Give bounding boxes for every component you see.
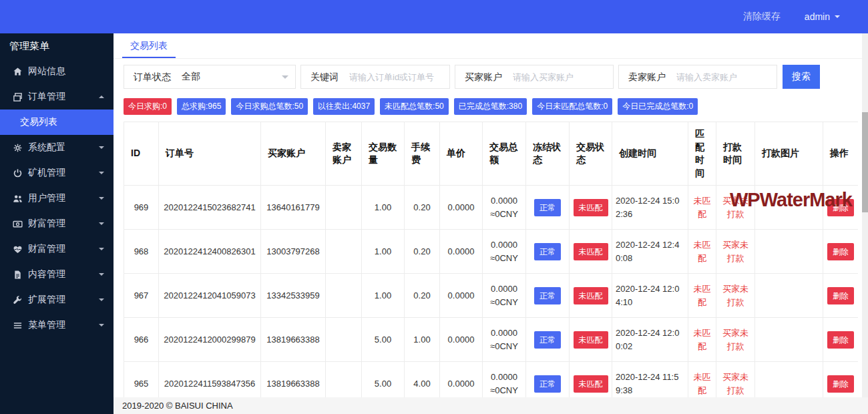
buyer-input[interactable] <box>511 66 613 87</box>
column-header: 打款时间 <box>716 122 755 186</box>
chevron-down-icon <box>835 15 840 21</box>
sidebar-item-miner-management[interactable]: 矿机管理 <box>0 160 114 186</box>
sidebar-item-label: 内容管理 <box>28 268 65 280</box>
cell-order_no: 2020122412400826301 <box>159 230 261 274</box>
freeze-status-badge: 正常 <box>534 287 561 304</box>
sidebar-item-wealth-management-1[interactable]: 财富管理 <box>0 211 114 236</box>
sidebar-item-user-management[interactable]: 用户管理 <box>0 186 114 211</box>
cell-fee: 0.20 <box>405 230 440 274</box>
sidebar-item-system-config[interactable]: 系统配置 <box>0 135 114 160</box>
chevron-down-icon <box>99 298 104 304</box>
sidebar-subitem-trade-list[interactable]: 交易列表 <box>0 110 114 135</box>
users-icon <box>12 193 23 204</box>
cell-price: 0.0000 <box>440 186 483 230</box>
cell-fee: 0.20 <box>405 274 440 318</box>
freeze-status-badge: 正常 <box>534 331 561 349</box>
chevron-down-icon <box>99 324 104 329</box>
orders-table: ID订单号买家账户卖家账户交易数量手续费单价交易总额冻结状态交易状态创建时间匹配… <box>124 122 858 400</box>
scrollbar-thumb[interactable] <box>862 112 868 212</box>
cell-id: 965 <box>124 362 159 400</box>
cell-fee: 4.00 <box>405 362 440 400</box>
cell-price: 0.0000 <box>440 362 483 400</box>
stat-badge: 未匹配总笔数:50 <box>380 98 449 115</box>
column-header: 匹配时间 <box>688 122 716 186</box>
filter-order-status: 订单状态 全部 <box>124 65 296 89</box>
column-header: 订单号 <box>159 122 261 186</box>
footer: 2019-2020 © BAISUI CHINA <box>114 397 868 414</box>
sidebar-item-order-management[interactable]: 订单管理 <box>0 84 114 110</box>
keyword-label: 关键词 <box>301 65 348 88</box>
cell-pay_image <box>755 274 823 318</box>
user-menu[interactable]: admin <box>805 11 840 22</box>
table-header-row: ID订单号买家账户卖家账户交易数量手续费单价交易总额冻结状态交易状态创建时间匹配… <box>124 122 859 186</box>
cell-match_time: 未匹配 <box>688 318 716 362</box>
sidebar-item-site-info[interactable]: 网站信息 <box>0 59 114 84</box>
sidebar: 管理菜单 网站信息订单管理交易列表系统配置矿机管理用户管理财富管理财富管理内容管… <box>0 33 114 414</box>
delete-button[interactable]: 删除 <box>827 375 854 393</box>
cell-price: 0.0000 <box>440 230 483 274</box>
chevron-down-icon <box>99 248 104 253</box>
sidebar-item-content-management[interactable]: 内容管理 <box>0 262 114 287</box>
cell-fee: 0.20 <box>405 186 440 230</box>
cell-buyer: 13819663388 <box>261 318 326 362</box>
cell-freeze: 正常 <box>526 186 570 230</box>
stat-badge: 以往卖出:4037 <box>313 98 375 115</box>
sidebar-item-extension-management[interactable]: 扩展管理 <box>0 287 114 313</box>
tab-trade-list[interactable]: 交易列表 <box>122 33 176 58</box>
chevron-up-icon <box>99 93 104 98</box>
cell-freeze: 正常 <box>526 362 570 400</box>
delete-button[interactable]: 删除 <box>827 199 854 216</box>
chevron-down-icon <box>282 75 288 82</box>
cell-created: 2020-12-24 11:59:38 <box>612 362 688 400</box>
column-header: 单价 <box>440 122 483 186</box>
keyword-input[interactable] <box>348 66 449 87</box>
cell-buyer: 13342533959 <box>261 274 326 318</box>
cell-order_no: 2020122412041059073 <box>159 274 261 318</box>
column-header: 卖家账户 <box>326 122 362 186</box>
cell-action: 删除 <box>823 230 859 274</box>
sidebar-item-menu-management[interactable]: 菜单管理 <box>0 313 114 338</box>
cell-pay_image <box>755 318 823 362</box>
sidebar-item-label: 财富管理 <box>28 218 65 230</box>
home-icon <box>12 66 23 77</box>
document-icon <box>12 269 23 280</box>
cell-buyer: 13819663388 <box>261 362 326 400</box>
orders-table-wrap: ID订单号买家账户卖家账户交易数量手续费单价交易总额冻结状态交易状态创建时间匹配… <box>124 122 858 400</box>
cell-status: 未匹配 <box>570 186 612 230</box>
seller-input[interactable] <box>675 66 777 87</box>
sidebar-item-label: 网站信息 <box>28 65 65 77</box>
cell-match_time: 未匹配 <box>688 362 716 400</box>
cell-created: 2020-12-24 12:04:10 <box>612 274 688 318</box>
column-header: 交易状态 <box>570 122 612 186</box>
sidebar-item-wealth-management-2[interactable]: 财富管理 <box>0 236 114 262</box>
cell-id: 967 <box>124 274 159 318</box>
menu-icon <box>12 320 23 331</box>
column-header: 交易总额 <box>483 122 526 186</box>
top-navbar: 清除缓存 admin <box>0 0 868 33</box>
chevron-down-icon <box>99 146 104 152</box>
order-status-select[interactable]: 全部 <box>180 65 295 88</box>
cell-match_time: 未匹配 <box>688 274 716 318</box>
delete-button[interactable]: 删除 <box>827 287 854 304</box>
search-button[interactable]: 搜索 <box>783 65 820 89</box>
chevron-down-icon <box>99 172 104 177</box>
cell-status: 未匹配 <box>570 362 612 400</box>
stat-badge: 今日未匹配总笔数:0 <box>532 98 612 115</box>
cell-qty: 5.00 <box>362 318 405 362</box>
table-row: 9682020122412400826301130037972681.000.2… <box>124 230 859 274</box>
trade-status-badge: 未匹配 <box>574 199 608 216</box>
sidebar-item-label: 菜单管理 <box>28 319 65 331</box>
cell-buyer: 13003797268 <box>261 230 326 274</box>
delete-button[interactable]: 删除 <box>827 243 854 260</box>
cell-seller <box>326 230 362 274</box>
delete-button[interactable]: 删除 <box>827 331 854 349</box>
cell-buyer: 13640161779 <box>261 186 326 230</box>
cell-order_no: 2020122412000299879 <box>159 318 261 362</box>
vertical-scrollbar[interactable] <box>862 33 868 397</box>
wrench-icon <box>12 294 23 305</box>
clear-cache-link[interactable]: 清除缓存 <box>743 11 781 23</box>
cell-total: 0.0000≈0CNY <box>483 274 526 318</box>
freeze-status-badge: 正常 <box>534 375 561 393</box>
cell-pay_time: 买家未打款 <box>716 186 755 230</box>
cell-action: 删除 <box>823 186 859 230</box>
